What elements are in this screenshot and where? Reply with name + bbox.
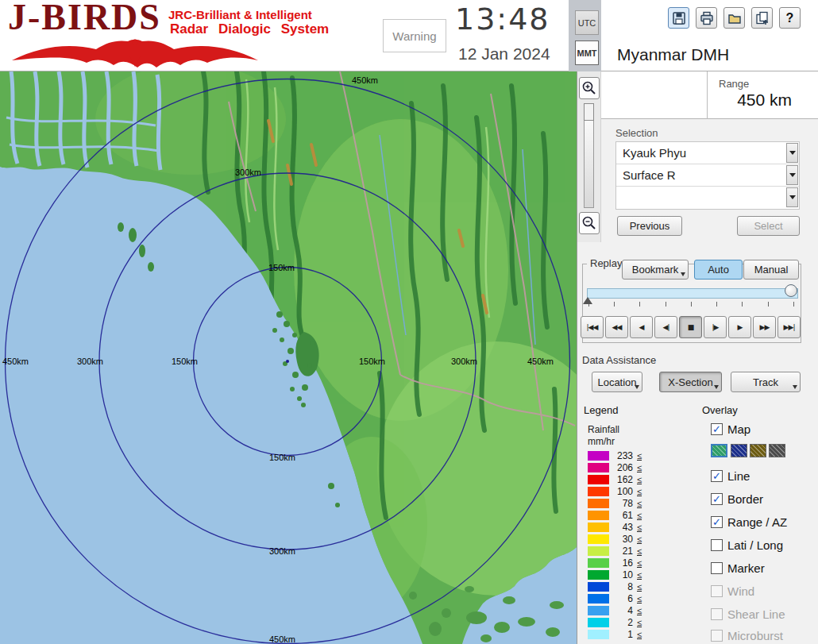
- legend-entry: 30≤: [588, 533, 642, 545]
- map-style-swatch-1[interactable]: [711, 444, 727, 457]
- map-style-swatch-3[interactable]: [750, 444, 766, 457]
- check-icon: ✓: [712, 517, 721, 527]
- skip-to-start-button[interactable]: |◀◀: [581, 316, 604, 338]
- warning-indicator[interactable]: Warning: [383, 19, 446, 52]
- svg-text:300km: 300km: [451, 357, 477, 366]
- map-checkbox[interactable]: ✓: [711, 423, 723, 435]
- site-dropdown[interactable]: Kyauk Phyu: [616, 142, 799, 164]
- range-az-checkbox[interactable]: ✓: [711, 516, 723, 528]
- check-icon: ✓: [712, 471, 721, 481]
- legend-entry: 78≤: [588, 497, 642, 509]
- zoom-slider-handle[interactable]: [584, 103, 594, 121]
- range-value: 450 km: [737, 91, 792, 110]
- divider: [707, 71, 708, 119]
- stop-button[interactable]: ■: [679, 316, 702, 338]
- help-button[interactable]: ?: [779, 7, 801, 29]
- utc-button[interactable]: UTC: [575, 10, 599, 35]
- location-button[interactable]: Location: [592, 372, 642, 392]
- step-back-button[interactable]: ◀|: [654, 316, 677, 338]
- overlay-item-border[interactable]: ✓ Border: [711, 492, 763, 506]
- fast-forward-button[interactable]: ▶▶: [753, 316, 776, 338]
- dropdown-arrow-button[interactable]: [786, 187, 798, 207]
- chevron-down-icon: [789, 173, 796, 177]
- marker-checkbox[interactable]: [711, 562, 723, 574]
- legend-entry: 4≤: [588, 604, 642, 616]
- product-value: Surface R: [623, 168, 676, 182]
- legend-entry: 206≤: [588, 461, 642, 473]
- overlay-item-wind: Wind: [711, 584, 754, 598]
- range-box: Range 450 km: [601, 71, 818, 119]
- legend-entry: 1≤: [588, 628, 642, 640]
- import-button[interactable]: [751, 7, 773, 29]
- legend-entry: 2≤: [588, 616, 642, 628]
- legend-entry: 233≤: [588, 449, 642, 461]
- data-assistance-label: Data Assistance: [582, 354, 656, 366]
- overlay-item-lati-long[interactable]: Lati / Long: [711, 538, 783, 552]
- open-folder-button[interactable]: [723, 7, 745, 29]
- brand: J-BIRDS: [8, 0, 161, 37]
- svg-text:150km: 150km: [268, 263, 295, 272]
- lati-long-checkbox[interactable]: [711, 539, 723, 551]
- legend-scale: 233≤ 206≤ 162≤ 100≤ 78≤ 61≤ 43≤ 30≤ 21≤ …: [588, 449, 642, 640]
- jbirds-application: J-BIRDS JRC-Brilliant & Intelligent Rada…: [0, 0, 818, 644]
- timeline-tick: [691, 302, 692, 307]
- play-reverse-button[interactable]: ◀: [630, 316, 653, 338]
- legend-entry: 21≤: [588, 545, 642, 557]
- map-style-swatch-4[interactable]: [769, 444, 785, 457]
- line-checkbox[interactable]: ✓: [711, 470, 723, 482]
- overlay-item-map[interactable]: ✓ Map: [711, 422, 750, 436]
- rewind-button[interactable]: ◀◀: [605, 316, 628, 338]
- timeline-start-marker[interactable]: [583, 297, 592, 304]
- timeline-tick: [793, 302, 794, 307]
- replay-timeline-track[interactable]: [587, 288, 798, 299]
- svg-text:300km: 300km: [77, 357, 103, 366]
- selection-label: Selection: [615, 127, 658, 139]
- save-button[interactable]: [668, 7, 689, 29]
- timeline-tick: [742, 302, 743, 307]
- svg-text:150km: 150km: [172, 357, 198, 366]
- legend-entry: 16≤: [588, 557, 642, 569]
- extra-dropdown[interactable]: [616, 187, 799, 209]
- radar-map-canvas[interactable]: 450km 300km 150km 450km 300km 150km 150k…: [0, 71, 577, 644]
- bookmark-button[interactable]: Bookmark: [622, 260, 689, 280]
- map-style-swatch-2[interactable]: [731, 444, 747, 457]
- print-button[interactable]: [696, 7, 717, 29]
- clock-date: 12 Jan 2024: [458, 44, 550, 64]
- overlay-item-microburst: Microburst: [711, 628, 783, 642]
- microburst-checkbox: [711, 630, 723, 642]
- legend-entry: 61≤: [588, 509, 642, 521]
- legend-entry: 43≤: [588, 521, 642, 533]
- zoom-in-button[interactable]: [579, 77, 600, 99]
- overlay-label: Overlay: [702, 404, 738, 416]
- legend-entry: 10≤: [588, 569, 642, 580]
- timeline-tick: [768, 302, 769, 307]
- replay-timeline-handle[interactable]: [785, 284, 797, 297]
- track-button[interactable]: Track: [731, 372, 801, 392]
- select-button[interactable]: Select: [737, 216, 800, 236]
- skip-to-end-button[interactable]: ▶▶|: [777, 316, 801, 338]
- svg-text:450km: 450km: [2, 357, 29, 366]
- border-checkbox[interactable]: ✓: [711, 493, 723, 505]
- chevron-down-icon: [789, 151, 796, 155]
- radar-map-area[interactable]: 450km 300km 150km 450km 300km 150km 150k…: [0, 71, 577, 644]
- product-dropdown[interactable]: Surface R: [616, 164, 799, 187]
- site-value: Kyauk Phyu: [623, 146, 686, 160]
- play-button[interactable]: ▶: [728, 316, 751, 338]
- mmt-button[interactable]: MMT: [575, 40, 599, 65]
- svg-text:450km: 450km: [527, 357, 554, 366]
- step-forward-button[interactable]: |▶: [704, 316, 727, 338]
- dropdown-arrow-button[interactable]: [786, 165, 798, 185]
- xsection-button[interactable]: X-Section: [659, 372, 722, 392]
- previous-button[interactable]: Previous: [617, 216, 682, 236]
- manual-mode-button[interactable]: Manual: [743, 260, 799, 280]
- dropdown-arrow-button[interactable]: [786, 143, 798, 163]
- check-icon: ✓: [712, 424, 721, 434]
- auto-mode-button[interactable]: Auto: [694, 260, 743, 280]
- svg-text:450km: 450km: [269, 634, 295, 644]
- overlay-item-line[interactable]: ✓ Line: [711, 469, 750, 483]
- save-icon: [672, 11, 686, 25]
- zoom-out-button[interactable]: [579, 212, 600, 234]
- legend-entry: 8≤: [588, 580, 642, 592]
- overlay-item-marker[interactable]: Marker: [711, 561, 765, 575]
- overlay-item-range-az[interactable]: ✓ Range / AZ: [711, 515, 787, 529]
